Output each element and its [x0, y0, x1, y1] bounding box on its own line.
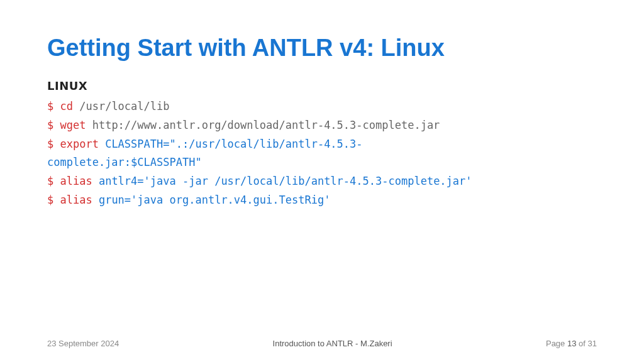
page-number: 13 [567, 339, 576, 348]
footer-page: Page 13 of 31 [546, 339, 597, 348]
section-subhead: LINUX [47, 79, 597, 92]
prompt: $ [47, 100, 60, 112]
command: wget [60, 119, 92, 131]
string: 'java -jar /usr/local/lib/antlr-4.5.3-co… [144, 175, 472, 187]
command: alias [60, 175, 98, 187]
slide: Getting Start with ANTLR v4: Linux LINUX… [0, 0, 644, 210]
code-line: $ alias antlr4='java -jar /usr/local/lib… [47, 172, 597, 191]
footer-date: 23 September 2024 [47, 339, 119, 348]
command: cd [60, 100, 79, 112]
prompt: $ [47, 138, 60, 150]
code-line: $ wget http://www.antlr.org/download/ant… [47, 116, 597, 135]
page-total: of 31 [579, 339, 597, 348]
argument: http://www.antlr.org/download/antlr-4.5.… [92, 119, 440, 131]
slide-title: Getting Start with ANTLR v4: Linux [47, 35, 597, 62]
keyword: CLASSPATH= [105, 138, 169, 150]
prompt: $ [47, 175, 60, 187]
code-line: complete.jar:$CLASSPATH" [47, 153, 597, 172]
code-block: $ cd /usr/local/lib $ wget http://www.an… [47, 97, 597, 210]
keyword: grun= [99, 194, 131, 206]
keyword: antlr4= [99, 175, 144, 187]
code-line: $ alias grun='java org.antlr.v4.gui.Test… [47, 191, 597, 210]
footer-title: Introduction to ANTLR - M.Zakeri [273, 339, 392, 348]
prompt: $ [47, 119, 60, 131]
string: complete.jar:$CLASSPATH" [47, 156, 202, 168]
prompt: $ [47, 194, 60, 206]
code-line: $ export CLASSPATH=".:/usr/local/lib/ant… [47, 135, 597, 154]
command: export [60, 138, 105, 150]
string: ".:/usr/local/lib/antlr-4.5.3- [170, 138, 363, 150]
page-label: Page [546, 339, 565, 348]
argument: /usr/local/lib [79, 100, 169, 112]
footer: 23 September 2024 Introduction to ANTLR … [0, 339, 644, 348]
string: 'java org.antlr.v4.gui.TestRig' [131, 194, 330, 206]
command: alias [60, 194, 98, 206]
code-line: $ cd /usr/local/lib [47, 97, 597, 116]
